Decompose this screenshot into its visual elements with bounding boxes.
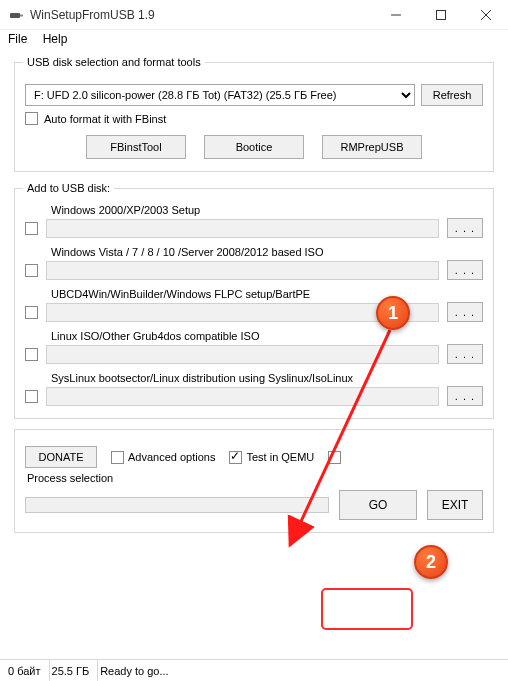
add-item-path — [46, 387, 439, 406]
add-item-checkbox[interactable] — [25, 306, 38, 319]
options-group: DONATE Advanced options Test in QEMU Pro… — [14, 429, 494, 533]
add-item-checkbox[interactable] — [25, 390, 38, 403]
window-title: WinSetupFromUSB 1.9 — [30, 8, 373, 22]
status-message: Ready to go... — [98, 660, 502, 681]
statusbar: 0 байт 25.5 ГБ Ready to go... — [0, 659, 508, 681]
status-bytes: 0 байт — [6, 660, 50, 681]
add-to-usb-legend: Add to USB disk: — [23, 182, 114, 194]
advanced-options-checkbox[interactable] — [111, 451, 124, 464]
process-selection-label: Process selection — [27, 472, 483, 484]
advanced-options-label: Advanced options — [128, 451, 215, 463]
add-item-win2000: Windows 2000/XP/2003 Setup . . . — [25, 204, 483, 238]
add-item-label: Linux ISO/Other Grub4dos compatible ISO — [51, 330, 483, 342]
exit-button[interactable]: EXIT — [427, 490, 483, 520]
add-item-label: SysLinux bootsector/Linux distribution u… — [51, 372, 483, 384]
menu-help[interactable]: Help — [43, 32, 68, 46]
add-item-checkbox[interactable] — [25, 264, 38, 277]
browse-button[interactable]: . . . — [447, 302, 483, 322]
usb-selection-legend: USB disk selection and format tools — [23, 56, 205, 68]
add-to-usb-group: Add to USB disk: Windows 2000/XP/2003 Se… — [14, 182, 494, 419]
browse-button[interactable]: . . . — [447, 260, 483, 280]
extra-option-checkbox[interactable] — [328, 451, 341, 464]
add-item-label: Windows Vista / 7 / 8 / 10 /Server 2008/… — [51, 246, 483, 258]
close-button[interactable] — [463, 0, 508, 30]
autoformat-label: Auto format it with FBinst — [44, 113, 166, 125]
svg-rect-1 — [20, 14, 23, 16]
add-item-checkbox[interactable] — [25, 348, 38, 361]
svg-rect-3 — [436, 10, 445, 19]
refresh-button[interactable]: Refresh — [421, 84, 483, 106]
autoformat-checkbox[interactable] — [25, 112, 38, 125]
svg-rect-0 — [10, 13, 20, 18]
disk-select[interactable]: F: UFD 2.0 silicon-power (28.8 ГБ Tot) (… — [25, 84, 415, 106]
donate-button[interactable]: DONATE — [25, 446, 97, 468]
callout-2: 2 — [414, 545, 448, 579]
titlebar: WinSetupFromUSB 1.9 — [0, 0, 508, 30]
callout-1: 1 — [376, 296, 410, 330]
progress-bar — [25, 497, 329, 513]
menubar: File Help — [0, 30, 508, 50]
add-item-path — [46, 261, 439, 280]
add-item-syslinux: SysLinux bootsector/Linux distribution u… — [25, 372, 483, 406]
fbinsttool-button[interactable]: FBinstTool — [86, 135, 186, 159]
go-button[interactable]: GO — [339, 490, 417, 520]
add-item-ubcd4win: UBCD4Win/WinBuilder/Windows FLPC setup/B… — [25, 288, 483, 322]
browse-button[interactable]: . . . — [447, 218, 483, 238]
browse-button[interactable]: . . . — [447, 344, 483, 364]
menu-file[interactable]: File — [8, 32, 27, 46]
add-item-label: Windows 2000/XP/2003 Setup — [51, 204, 483, 216]
add-item-label: UBCD4Win/WinBuilder/Windows FLPC setup/B… — [51, 288, 483, 300]
usb-selection-group: USB disk selection and format tools F: U… — [14, 56, 494, 172]
add-item-winvista: Windows Vista / 7 / 8 / 10 /Server 2008/… — [25, 246, 483, 280]
add-item-path — [46, 345, 439, 364]
test-in-qemu-checkbox[interactable] — [229, 451, 242, 464]
status-size: 25.5 ГБ — [50, 660, 99, 681]
bootice-button[interactable]: Bootice — [204, 135, 304, 159]
go-highlight — [321, 588, 413, 630]
app-icon — [8, 7, 24, 23]
test-in-qemu-label: Test in QEMU — [246, 451, 314, 463]
add-item-linux: Linux ISO/Other Grub4dos compatible ISO … — [25, 330, 483, 364]
add-item-checkbox[interactable] — [25, 222, 38, 235]
minimize-button[interactable] — [373, 0, 418, 30]
rmprepusb-button[interactable]: RMPrepUSB — [322, 135, 422, 159]
maximize-button[interactable] — [418, 0, 463, 30]
add-item-path — [46, 219, 439, 238]
browse-button[interactable]: . . . — [447, 386, 483, 406]
